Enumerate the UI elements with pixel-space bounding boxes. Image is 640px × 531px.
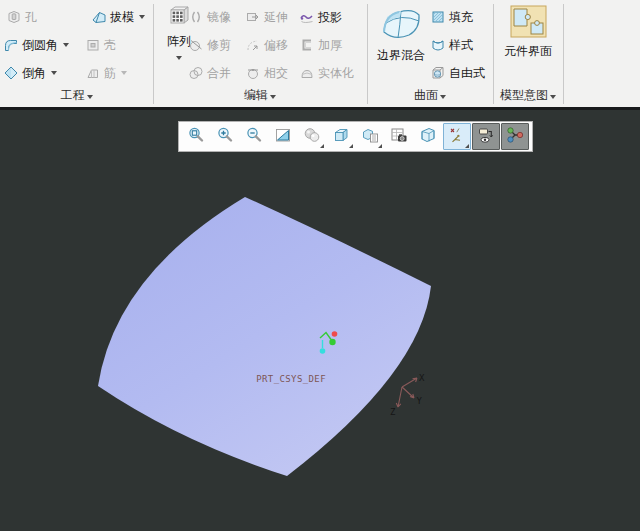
display-style-icon [332, 126, 350, 148]
fill-icon [430, 9, 446, 25]
ribbon-group-engineering: 孔 拔模 倒圆角 壳 倒角 筋 [0, 0, 153, 107]
repaint-button[interactable] [269, 123, 297, 150]
fill-button[interactable]: 填充 [430, 6, 473, 28]
solidify-label: 实体化 [318, 65, 354, 82]
merge-icon [188, 65, 204, 81]
group-label-text: 编辑 [244, 88, 268, 102]
chevron-down-icon [270, 95, 276, 99]
saved-views-button[interactable] [356, 123, 384, 150]
chevron-down-icon [139, 15, 145, 19]
group-label-model-intent[interactable]: 模型意图 [494, 87, 562, 104]
group-label-text: 曲面 [414, 88, 438, 102]
rib-icon [85, 65, 101, 81]
zoom-in-button[interactable] [211, 123, 239, 150]
graphics-toolbar [178, 121, 533, 152]
model-scene: PRT_CSYS_DEF X Y Z [0, 110, 640, 531]
solidify-button: 实体化 [299, 62, 354, 84]
annotation-display-icon [477, 126, 495, 148]
draft-button[interactable]: 拔模 [91, 6, 145, 28]
group-label-text: 模型意图 [500, 88, 548, 102]
extend-label: 延伸 [264, 9, 288, 26]
mirror-label: 镜像 [207, 9, 231, 26]
thicken-button: 加厚 [299, 34, 342, 56]
ribbon-group-model-intent: 元件界面 模型意图 [494, 0, 562, 107]
axis-z-label: Z [390, 407, 396, 417]
chevron-down-icon [550, 95, 556, 99]
boundary-blend-button[interactable]: 边界混合 [370, 4, 432, 64]
merge-label: 合并 [207, 65, 231, 82]
zoom-out-button[interactable] [240, 123, 268, 150]
boundary-blend-icon [379, 4, 423, 45]
ribbon-group-surface: 边界混合 填充 样式 自由式 曲面 [368, 0, 492, 107]
group-label-engineering[interactable]: 工程 [0, 87, 153, 104]
offset-label: 偏移 [264, 37, 288, 54]
view-images-button[interactable] [385, 123, 413, 150]
refit-button[interactable] [182, 123, 210, 150]
intersect-label: 相交 [264, 65, 288, 82]
fill-label: 填充 [449, 9, 473, 26]
thicken-icon [299, 37, 315, 53]
axis-x-label: X [419, 373, 425, 383]
saved-views-icon [361, 126, 379, 148]
round-label: 倒圆角 [22, 37, 58, 54]
mirror-button: 镜像 [188, 6, 231, 28]
ribbon-group-edit: 阵列 镜像 延伸 投影 修剪 偏移 [154, 0, 366, 107]
project-label: 投影 [318, 9, 342, 26]
draft-label: 拔模 [110, 9, 134, 26]
chevron-down-icon [176, 56, 182, 60]
hole-button: 孔 [6, 6, 37, 28]
trim-label: 修剪 [207, 37, 231, 54]
shell-label: 壳 [104, 37, 116, 54]
freestyle-icon [430, 65, 446, 81]
style-icon [430, 37, 446, 53]
spin-center-icon [506, 126, 524, 148]
intersect-icon [245, 65, 261, 81]
chevron-down-icon [63, 43, 69, 47]
chevron-down-icon [87, 95, 93, 99]
datum-display-button[interactable] [443, 123, 471, 150]
round-button[interactable]: 倒圆角 [3, 34, 69, 56]
component-interface-button[interactable]: 元件界面 [494, 5, 562, 60]
extend-button: 延伸 [245, 6, 288, 28]
surface-patch[interactable] [98, 197, 431, 476]
project-icon [299, 9, 315, 25]
shading-style-button[interactable] [298, 123, 326, 150]
rib-label: 筋 [104, 65, 116, 82]
boundary-blend-label: 边界混合 [377, 47, 425, 64]
annotation-display-button[interactable] [472, 123, 500, 150]
chamfer-button[interactable]: 倒角 [3, 62, 57, 84]
chevron-down-icon [121, 71, 127, 75]
solidify-icon [299, 65, 315, 81]
group-label-edit[interactable]: 编辑 [154, 87, 366, 104]
display-style-button[interactable] [327, 123, 355, 150]
zoom-in-icon [216, 126, 234, 148]
thicken-label: 加厚 [318, 37, 342, 54]
csys-label[interactable]: PRT_CSYS_DEF [256, 374, 326, 384]
spin-center-button[interactable] [501, 123, 529, 150]
ribbon: 孔 拔模 倒圆角 壳 倒角 筋 [0, 0, 640, 110]
creo-window: 孔 拔模 倒圆角 壳 倒角 筋 [0, 0, 640, 531]
style-label: 样式 [449, 37, 473, 54]
trim-icon [188, 37, 204, 53]
chevron-down-icon [51, 71, 57, 75]
zoom-out-icon [245, 126, 263, 148]
refit-icon [187, 126, 205, 148]
group-label-surface[interactable]: 曲面 [368, 87, 492, 104]
shell-icon [85, 37, 101, 53]
trim-button: 修剪 [188, 34, 231, 56]
component-interface-label: 元件界面 [504, 43, 552, 60]
chevron-down-icon [440, 95, 446, 99]
repaint-icon [274, 126, 292, 148]
project-button[interactable]: 投影 [299, 6, 342, 28]
freestyle-button[interactable]: 自由式 [430, 62, 485, 84]
intersect-button: 相交 [245, 62, 288, 84]
freestyle-label: 自由式 [449, 65, 485, 82]
offset-button: 偏移 [245, 34, 288, 56]
style-button[interactable]: 样式 [430, 34, 473, 56]
perspective-button[interactable] [414, 123, 442, 150]
shell-button: 壳 [85, 34, 116, 56]
graphics-area[interactable]: PRT_CSYS_DEF X Y Z [0, 110, 640, 531]
merge-button: 合并 [188, 62, 231, 84]
group-separator [563, 4, 564, 104]
shading-style-icon [303, 126, 321, 148]
